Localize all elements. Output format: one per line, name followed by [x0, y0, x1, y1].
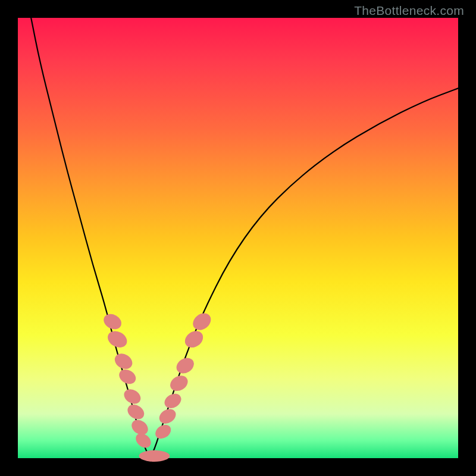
curve-layer — [31, 18, 458, 458]
marker-right-cluster-top1 — [181, 328, 206, 351]
marker-bottom-bar — [139, 450, 170, 462]
marker-left-cluster-mid2 — [117, 367, 139, 387]
marker-left-cluster-mid1 — [112, 350, 135, 372]
chart-svg — [18, 18, 458, 458]
marker-left-cluster-top — [101, 311, 124, 332]
plot-area — [18, 18, 458, 458]
marker-left-cluster-top2 — [105, 328, 130, 350]
marker-right-cluster-top2 — [190, 310, 214, 334]
series-right-curve — [150, 88, 458, 458]
chart-frame: TheBottleneck.com — [0, 0, 476, 476]
watermark-label: TheBottleneck.com — [354, 4, 464, 18]
